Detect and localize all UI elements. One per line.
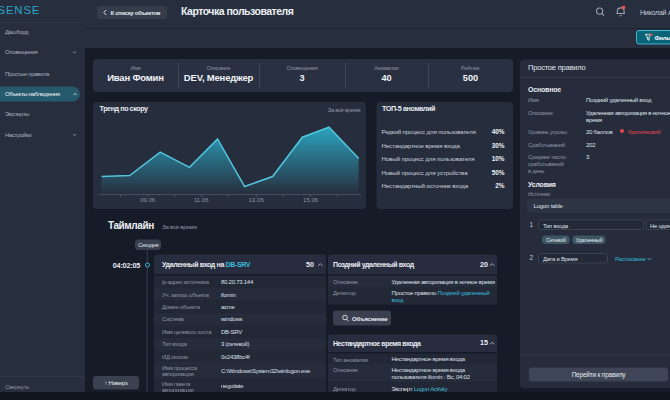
svg-text:13.06: 13.06 [249,197,265,203]
svg-text:09.06: 09.06 [140,197,156,203]
svg-text:15.06: 15.06 [303,197,319,203]
svg-text:11.06: 11.06 [194,197,209,203]
